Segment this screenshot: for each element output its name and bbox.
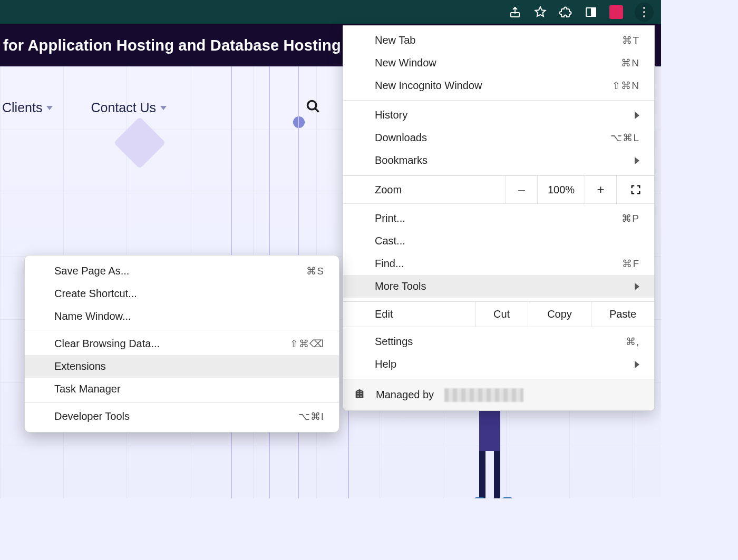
chevron-right-icon	[635, 157, 639, 164]
menu-divider	[25, 402, 339, 403]
managed-label: Managed by	[376, 389, 434, 401]
zoom-label: Zoom	[343, 178, 506, 202]
menu-more-tools[interactable]: More Tools	[343, 275, 654, 298]
menu-label: More Tools	[375, 280, 426, 292]
menu-help[interactable]: Help	[343, 353, 654, 376]
site-nav: Clients Contact Us	[2, 100, 167, 115]
browser-toolbar	[0, 0, 661, 24]
menu-label: Print...	[375, 212, 405, 224]
fullscreen-button[interactable]	[616, 176, 654, 203]
menu-label: Cast...	[375, 235, 405, 247]
menu-history[interactable]: History	[343, 104, 654, 126]
edit-cut[interactable]: Cut	[475, 302, 528, 327]
submenu-task-manager[interactable]: Task Manager	[25, 378, 339, 400]
chrome-menu-button[interactable]	[635, 3, 654, 22]
zoom-out-button[interactable]: –	[506, 176, 537, 203]
edit-paste[interactable]: Paste	[591, 302, 654, 327]
menu-label: History	[375, 109, 407, 121]
menu-shortcut: ⇧⌘⌫	[290, 338, 324, 350]
menu-new-incognito[interactable]: New Incognito Window ⇧⌘N	[343, 74, 654, 97]
chrome-main-menu: New Tab ⌘T New Window ⌘N New Incognito W…	[343, 25, 655, 411]
menu-new-window[interactable]: New Window ⌘N	[343, 52, 654, 74]
submenu-save-page[interactable]: Save Page As... ⌘S	[25, 260, 339, 282]
menu-shortcut: ⌘F	[622, 258, 639, 270]
menu-label: Developer Tools	[54, 410, 130, 423]
chevron-right-icon	[635, 283, 639, 290]
menu-shortcut: ⇧⌘N	[612, 80, 639, 92]
submenu-name-window[interactable]: Name Window...	[25, 305, 339, 328]
edit-copy[interactable]: Copy	[528, 302, 591, 327]
menu-label: Clear Browsing Data...	[54, 338, 160, 350]
chevron-down-icon	[46, 106, 53, 110]
zoom-percent: 100%	[537, 176, 585, 203]
menu-managed-by[interactable]: Managed by	[343, 379, 654, 410]
nav-clients[interactable]: Clients	[2, 100, 53, 115]
menu-label: Find...	[375, 258, 404, 270]
panel-icon[interactable]	[584, 5, 598, 19]
menu-label: Save Page As...	[54, 265, 129, 277]
menu-cast[interactable]: Cast...	[343, 230, 654, 252]
submenu-clear-browsing[interactable]: Clear Browsing Data... ⇧⌘⌫	[25, 332, 339, 355]
nav-contact-label: Contact Us	[91, 100, 156, 115]
bookmark-star-icon[interactable]	[533, 5, 547, 19]
menu-print[interactable]: Print... ⌘P	[343, 207, 654, 230]
more-tools-submenu: Save Page As... ⌘S Create Shortcut... Na…	[24, 255, 339, 433]
menu-label: Task Manager	[54, 383, 121, 395]
menu-label: Settings	[375, 336, 413, 348]
nav-clients-label: Clients	[2, 100, 42, 115]
svg-point-3	[308, 101, 316, 110]
submenu-developer-tools[interactable]: Developer Tools ⌥⌘I	[25, 405, 339, 428]
menu-shortcut: ⌥⌘L	[610, 132, 639, 144]
menu-label: Extensions	[54, 360, 106, 372]
menu-label: Help	[375, 358, 396, 370]
menu-label: New Incognito Window	[375, 80, 482, 92]
menu-find[interactable]: Find... ⌘F	[343, 252, 654, 275]
svg-line-4	[315, 109, 319, 112]
decor-circle	[293, 116, 305, 128]
menu-shortcut: ⌘S	[306, 265, 324, 277]
menu-downloads[interactable]: Downloads ⌥⌘L	[343, 126, 654, 149]
chevron-right-icon	[635, 112, 639, 119]
nav-contact[interactable]: Contact Us	[91, 100, 167, 115]
chevron-down-icon	[160, 106, 167, 110]
menu-divider	[25, 330, 339, 330]
menu-label: Name Window...	[54, 310, 131, 322]
edit-label: Edit	[343, 302, 475, 327]
menu-new-tab[interactable]: New Tab ⌘T	[343, 29, 654, 52]
menu-bookmarks[interactable]: Bookmarks	[343, 149, 654, 172]
submenu-create-shortcut[interactable]: Create Shortcut...	[25, 282, 339, 305]
menu-shortcut: ⌘N	[621, 57, 639, 69]
chevron-right-icon	[635, 361, 639, 368]
menu-shortcut: ⌘,	[626, 336, 639, 348]
menu-label: New Window	[375, 57, 436, 69]
menu-shortcut: ⌘P	[622, 212, 639, 224]
menu-label: Create Shortcut...	[54, 288, 137, 300]
page-title: for Application Hosting and Database Hos…	[3, 37, 341, 54]
menu-settings[interactable]: Settings ⌘,	[343, 330, 654, 353]
profile-avatar[interactable]	[609, 5, 623, 19]
building-icon	[354, 388, 365, 402]
menu-label: Downloads	[375, 132, 427, 144]
share-icon[interactable]	[508, 5, 522, 19]
menu-shortcut: ⌘T	[622, 34, 639, 46]
search-icon[interactable]	[306, 99, 321, 114]
menu-edit-row: Edit Cut Copy Paste	[343, 301, 654, 327]
submenu-extensions[interactable]: Extensions	[25, 355, 339, 378]
zoom-in-button[interactable]: +	[585, 176, 616, 203]
extensions-puzzle-icon[interactable]	[559, 5, 572, 19]
menu-label: Bookmarks	[375, 154, 428, 166]
menu-zoom-row: Zoom – 100% +	[343, 175, 654, 204]
menu-label: New Tab	[375, 34, 415, 46]
menu-shortcut: ⌥⌘I	[298, 410, 324, 423]
svg-rect-2	[591, 8, 596, 16]
managed-org-redacted	[444, 388, 523, 402]
